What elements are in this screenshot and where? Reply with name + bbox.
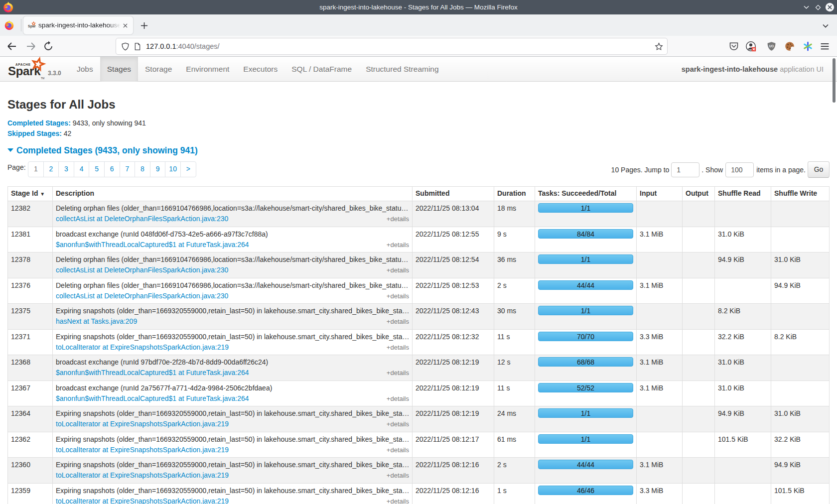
svg-text:Spark: Spark: [8, 64, 41, 78]
svg-text:UO: UO: [769, 44, 774, 48]
svg-text:TM: TM: [41, 77, 44, 80]
